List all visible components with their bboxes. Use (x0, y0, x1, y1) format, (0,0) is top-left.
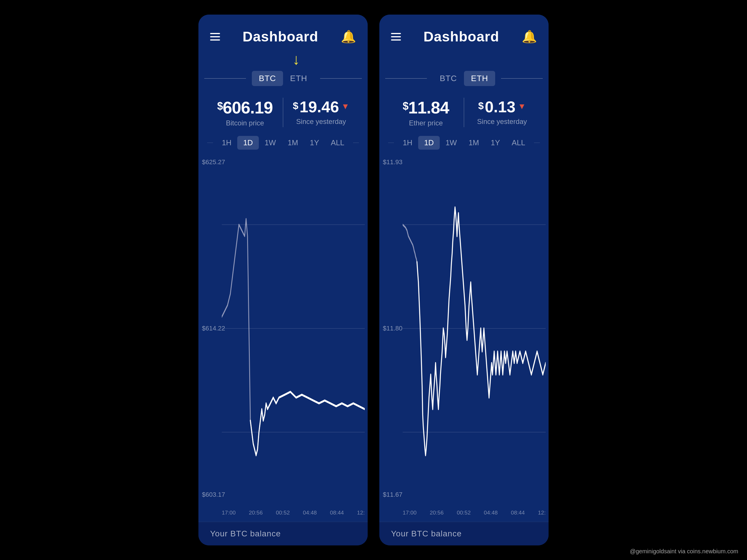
left-dashboard-title: Dashboard (242, 29, 318, 45)
left-chart-container: $625.27 $614.22 $603.17 17:00 20:56 00:5… (199, 153, 368, 522)
left-arrow-indicator: ↓ (199, 50, 368, 65)
left-change-label: Since yesterday (296, 117, 346, 126)
right-menu-button[interactable] (391, 33, 401, 41)
left-x-label-4: 08:44 (330, 510, 344, 516)
right-x-labels: 17:00 20:56 00:52 04:48 08:44 12: (403, 510, 546, 516)
right-arrow-spacer (379, 50, 548, 65)
right-main-price-block: $ 11.84 Ether price (391, 98, 461, 127)
left-phone-card: Dashboard 🔔 ↓ BTC ETH $ 606.19 Bitcoin p… (199, 15, 368, 545)
right-tf-1m[interactable]: 1M (463, 136, 485, 150)
right-tf-1y[interactable]: 1Y (485, 136, 506, 150)
right-chart-container: $11.93 $11.80 $11.67 17:00 20:56 00:5 (379, 153, 548, 522)
right-header: Dashboard 🔔 (379, 15, 548, 50)
left-yellow-arrow: ↓ (292, 50, 300, 62)
right-x-label-5: 12: (538, 510, 546, 516)
left-x-label-1: 20:56 (249, 510, 263, 516)
left-x-label-5: 12: (357, 510, 365, 516)
left-tf-1y[interactable]: 1Y (304, 136, 325, 150)
right-change-price-block: $ 0.13 ▼ Since yesterday (467, 98, 537, 127)
left-x-labels: 17:00 20:56 00:52 04:48 08:44 12: (222, 510, 365, 516)
left-tf-1m[interactable]: 1M (282, 136, 304, 150)
left-x-label-0: 17:00 (222, 510, 236, 516)
right-price-label: Ether price (409, 119, 443, 127)
right-x-label-0: 17:00 (403, 510, 417, 516)
left-timeframe-row: 1H 1D 1W 1M 1Y ALL (199, 133, 368, 153)
left-x-label-3: 04:48 (303, 510, 317, 516)
left-price-divider (283, 98, 283, 127)
right-tf-1d[interactable]: 1D (418, 136, 439, 150)
right-change-label: Since yesterday (477, 117, 527, 126)
left-down-triangle: ▼ (341, 102, 350, 111)
right-chart-inner: $11.93 $11.80 $11.67 17:00 20:56 00:5 (379, 153, 548, 519)
right-tab-line-right (501, 78, 543, 79)
left-tf-1h[interactable]: 1H (216, 136, 237, 150)
left-tf-all[interactable]: ALL (325, 136, 350, 150)
right-timeframe-row: 1H 1D 1W 1M 1Y ALL (379, 133, 548, 153)
right-y-label-top: $11.93 (383, 158, 403, 166)
left-x-label-2: 00:52 (276, 510, 290, 516)
right-down-triangle: ▼ (518, 102, 526, 111)
left-chart-svg (222, 156, 365, 501)
left-tf-1w[interactable]: 1W (259, 136, 282, 150)
left-tab-eth[interactable]: ETH (283, 71, 314, 86)
left-main-price: $ 606.19 (217, 98, 273, 117)
right-x-label-4: 08:44 (511, 510, 525, 516)
right-x-label-3: 04:48 (484, 510, 498, 516)
right-price-change: $ 0.13 ▼ (478, 98, 526, 116)
left-bell-icon[interactable]: 🔔 (341, 29, 356, 44)
right-price-divider (464, 98, 464, 127)
right-chart-svg (403, 156, 546, 501)
right-balance-label: Your BTC balance (391, 529, 462, 538)
right-balance-bar: Your BTC balance (379, 522, 548, 545)
left-menu-button[interactable] (210, 33, 220, 41)
right-phone-card: Dashboard 🔔 BTC ETH $ 11.84 Ether price … (379, 15, 548, 545)
left-tabs: BTC ETH (199, 65, 368, 89)
right-bell-icon[interactable]: 🔔 (522, 29, 537, 44)
right-y-label-bot: $11.67 (383, 491, 403, 499)
right-price-row: $ 11.84 Ether price $ 0.13 ▼ Since yeste… (379, 89, 548, 133)
left-main-price-block: $ 606.19 Bitcoin price (210, 98, 280, 127)
right-y-label-mid: $11.80 (383, 325, 403, 332)
right-x-label-2: 00:52 (457, 510, 471, 516)
right-tab-line-left (385, 78, 427, 79)
right-main-price: $ 11.84 (403, 98, 449, 117)
right-tf-1h[interactable]: 1H (397, 136, 418, 150)
left-header: Dashboard 🔔 (199, 15, 368, 50)
right-tf-1w[interactable]: 1W (440, 136, 463, 150)
left-balance-bar: Your BTC balance (199, 522, 368, 545)
right-tabs: BTC ETH (379, 65, 548, 89)
right-x-label-1: 20:56 (430, 510, 444, 516)
left-tab-line-left (204, 78, 246, 79)
left-change-price-block: $ 19.46 ▼ Since yesterday (286, 98, 356, 127)
watermark: @geminigoldsaint via coins.newbium.com (630, 548, 738, 555)
right-y-labels: $11.93 $11.80 $11.67 (383, 158, 403, 499)
left-tab-line-right (320, 78, 362, 79)
left-tab-btc[interactable]: BTC (252, 71, 283, 86)
left-price-change: $ 19.46 ▼ (293, 98, 350, 116)
right-tab-btc[interactable]: BTC (433, 71, 464, 86)
left-balance-label: Your BTC balance (210, 529, 281, 538)
right-dashboard-title: Dashboard (423, 29, 499, 45)
right-tf-all[interactable]: ALL (506, 136, 531, 150)
left-chart-inner: $625.27 $614.22 $603.17 17:00 20:56 00:5… (199, 153, 368, 519)
left-price-label: Bitcoin price (226, 119, 264, 127)
left-tf-1d[interactable]: 1D (237, 136, 259, 150)
left-price-row: $ 606.19 Bitcoin price $ 19.46 ▼ Since y… (199, 89, 368, 133)
right-tab-eth[interactable]: ETH (464, 71, 495, 86)
